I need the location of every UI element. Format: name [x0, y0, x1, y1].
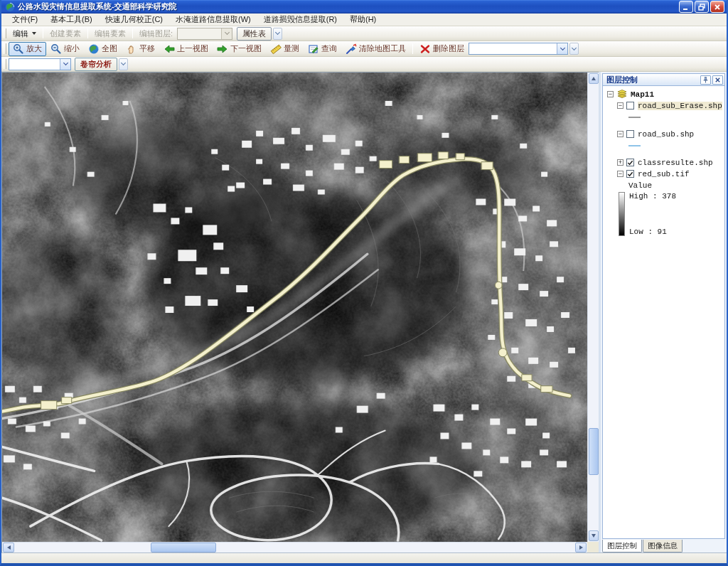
swipe-analysis-button[interactable]: 卷帘分析	[75, 58, 117, 71]
scroll-left-button[interactable]	[3, 543, 14, 552]
separator	[87, 28, 88, 38]
scroll-down-button[interactable]	[589, 530, 599, 541]
swipe-layer-combobox[interactable]	[9, 58, 71, 70]
toolbar-overflow-chevron[interactable]	[119, 58, 128, 70]
tree-node-classresulte[interactable]: + classresulte.shp	[607, 157, 724, 168]
menu-help[interactable]: 帮助(H)	[343, 13, 382, 26]
app-icon	[5, 2, 15, 12]
toolbar-gripper[interactable]	[4, 28, 6, 38]
menu-road-damage-extract[interactable]: 道路损毁信息提取(R)	[257, 13, 343, 26]
legend-value-row: Value	[607, 180, 724, 191]
restore-button[interactable]	[695, 1, 709, 13]
attribute-table-button[interactable]: 属性表	[237, 27, 272, 41]
query-button[interactable]: 查询	[304, 42, 341, 56]
map-container	[1, 72, 599, 552]
close-button[interactable]	[710, 1, 724, 13]
map-vertical-scrollbar[interactable]	[587, 73, 599, 542]
zoom-in-label: 放大	[26, 43, 42, 54]
clear-map-tools-button[interactable]: 清除地图工具	[341, 42, 410, 56]
edit-layer-combobox-field	[178, 28, 221, 39]
next-view-button[interactable]: 下一视图	[213, 42, 266, 56]
menu-basic-tools[interactable]: 基本工具(B)	[44, 13, 99, 26]
clear-map-tools-label: 清除地图工具	[359, 43, 406, 54]
layer-select-combobox[interactable]	[469, 43, 568, 55]
menu-file[interactable]: 文件(F)	[6, 13, 44, 26]
scroll-up-button[interactable]	[589, 73, 599, 84]
layer-control-dock: 图层控制 − Map11 −	[601, 72, 727, 552]
layer-select-arrow[interactable]	[557, 43, 567, 54]
toolbar-overflow-chevron[interactable]	[273, 28, 282, 40]
edit-menu-button[interactable]: 编辑	[9, 27, 41, 41]
tab-layer-control[interactable]: 图层控制	[602, 540, 642, 552]
tree-node-road-sub-erase[interactable]: − road_sub_Erase.shp	[607, 100, 724, 111]
tree-node-road-sub[interactable]: − road_sub.shp	[607, 129, 724, 139]
layer-checkbox-unchecked[interactable]	[626, 102, 634, 110]
tab-image-info[interactable]: 图像信息	[643, 540, 682, 552]
previous-view-button[interactable]: 上一视图	[159, 42, 213, 56]
app-window: 公路水毁灾情信息提取系统-交通部科学研究院 文件(F) 基本工具(B) 快速几何…	[0, 0, 728, 566]
swipe-layer-arrow[interactable]	[60, 59, 70, 70]
zoom-in-button[interactable]: 放大	[9, 42, 46, 56]
titlebar[interactable]: 公路水毁灾情信息提取系统-交通部科学研究院	[1, 0, 727, 14]
brush-icon	[346, 43, 357, 55]
toolbar-gripper[interactable]	[4, 43, 6, 54]
pin-button[interactable]	[700, 75, 711, 85]
layer-select-field	[469, 43, 557, 54]
arrow-left-icon	[164, 43, 175, 55]
menu-flooded-road-extract[interactable]: 水淹道路信息提取(W)	[169, 13, 257, 26]
layer-tree: − Map11 − road_sub_Erase.shp −	[602, 85, 725, 539]
map-root-label[interactable]: Map11	[631, 90, 654, 99]
zoom-out-label: 缩小	[64, 43, 80, 54]
zoom-out-button[interactable]: 缩小	[46, 42, 84, 56]
menu-quick-geo-correction[interactable]: 快速几何校正(C)	[99, 13, 169, 26]
line-symbol-blue	[628, 145, 641, 146]
toolbar-overflow-chevron[interactable]	[569, 43, 579, 55]
layer-name-red-sub[interactable]: red_sub.tif	[638, 170, 690, 178]
vertical-scroll-thumb[interactable]	[589, 428, 599, 475]
layer-checkbox-unchecked[interactable]	[626, 130, 634, 138]
swipe-toolbar: 卷帘分析	[1, 57, 727, 72]
pan-label: 平移	[139, 43, 155, 54]
map-canvas[interactable]	[2, 73, 587, 542]
expand-icon[interactable]: +	[617, 159, 623, 166]
pan-button[interactable]: 平移	[122, 42, 159, 56]
layer-panel-titlebar[interactable]: 图层控制	[602, 73, 725, 85]
full-extent-label: 全图	[102, 43, 117, 54]
create-feature-button[interactable]: 创建要素	[46, 27, 85, 41]
arrow-left-icon	[7, 545, 11, 550]
layer-name-road-sub-erase[interactable]: road_sub_Erase.shp	[638, 102, 722, 110]
edit-label: 编辑	[13, 28, 28, 39]
tree-node-map[interactable]: − Map11	[607, 89, 724, 100]
layer-name-classresulte[interactable]: classresulte.shp	[638, 159, 713, 167]
edit-toolbar: 编辑 创建要素 编辑要素 编辑图层: 属性表	[1, 26, 727, 41]
layer-checkbox-checked[interactable]	[626, 170, 634, 178]
collapse-icon[interactable]: −	[617, 171, 623, 177]
tree-node-red-sub[interactable]: − red_sub.tif	[607, 169, 724, 179]
collapse-icon[interactable]: −	[607, 91, 614, 97]
scroll-right-button[interactable]	[575, 543, 587, 552]
arrow-down-icon	[592, 534, 596, 538]
legend-low-label: Low : 91	[629, 228, 676, 236]
edit-feature-button[interactable]: 编辑要素	[90, 27, 130, 41]
delete-layer-label: 删除图层	[433, 43, 464, 54]
delete-layer-button[interactable]: 删除图层	[415, 42, 469, 56]
layer-name-road-sub[interactable]: road_sub.shp	[638, 130, 694, 139]
collapse-icon[interactable]: −	[617, 131, 623, 137]
dock-tabs: 图层控制 图像信息	[602, 539, 725, 552]
collapse-icon[interactable]: −	[617, 102, 623, 109]
horizontal-scroll-thumb[interactable]	[151, 543, 216, 552]
arrow-right-icon	[217, 43, 228, 55]
map-toolbar: 放大 缩小 全图 平移 上一视图	[1, 41, 727, 57]
minimize-button[interactable]	[679, 1, 693, 13]
edit-feature-label: 编辑要素	[95, 28, 126, 39]
map-horizontal-scrollbar[interactable]	[2, 542, 587, 552]
measure-button[interactable]: 量测	[266, 42, 304, 56]
panel-close-button[interactable]	[712, 75, 723, 85]
measure-label: 量测	[284, 43, 299, 54]
edit-layer-combobox-arrow[interactable]	[221, 28, 232, 39]
symbol-row	[607, 140, 724, 151]
layer-checkbox-checked[interactable]	[626, 159, 634, 166]
full-extent-button[interactable]: 全图	[84, 42, 122, 56]
toolbar-gripper[interactable]	[4, 59, 6, 69]
edit-layer-combobox[interactable]	[177, 28, 232, 40]
